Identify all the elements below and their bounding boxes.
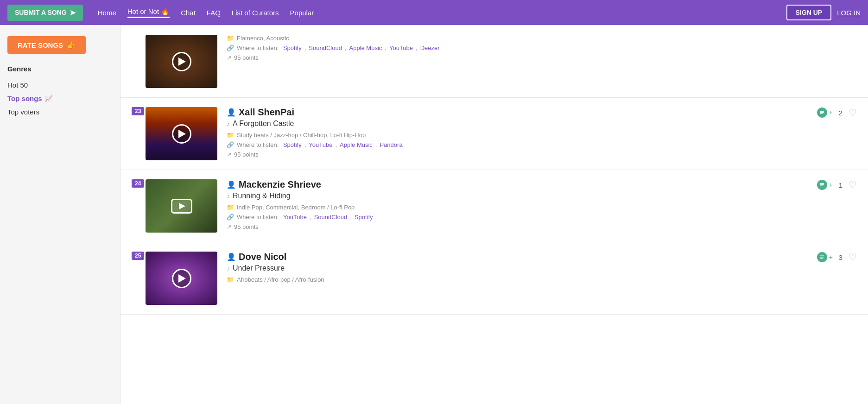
- add-to-playlist-button[interactable]: +: [817, 107, 833, 118]
- song-thumbnail[interactable]: [146, 252, 217, 305]
- folder-icon: 📁: [227, 132, 234, 139]
- song-listen-links: 🔗 Where to listen: Spotify, YouTube, App…: [227, 141, 810, 148]
- trending-icon: 📈: [45, 95, 52, 102]
- song-thumbnail[interactable]: [146, 179, 217, 233]
- play-triangle-icon: [178, 57, 186, 66]
- rate-songs-button[interactable]: RATE SONGS 👍: [7, 36, 86, 54]
- plus-icon: +: [829, 181, 833, 189]
- song-item: 24 👤 Mackenzie Shrieve ♪ Running & Hidin…: [120, 170, 868, 242]
- playlist-icon: [817, 180, 827, 190]
- song-details: 👤 Mackenzie Shrieve ♪ Running & Hiding 📁…: [227, 179, 810, 230]
- nav-home[interactable]: Home: [98, 9, 116, 17]
- listen-apple-music[interactable]: Apple Music: [340, 141, 373, 148]
- song-title: ♪ Running & Hiding: [227, 192, 810, 200]
- sidebar-top-voters[interactable]: Top voters: [7, 105, 113, 119]
- play-button[interactable]: [172, 124, 191, 144]
- listen-spotify[interactable]: Spotify: [283, 44, 302, 51]
- signup-button[interactable]: SIGN UP: [786, 5, 832, 20]
- add-to-playlist-button[interactable]: +: [817, 252, 833, 262]
- trending-up-icon: ↗: [227, 223, 232, 230]
- sidebar-hot50[interactable]: Hot 50: [7, 78, 113, 92]
- submit-label: SUBMIT A SONG: [15, 9, 67, 16]
- sidebar: RATE SONGS 👍 Genres Hot 50 Top songs 📈 T…: [0, 25, 120, 404]
- listen-pandora[interactable]: Pandora: [380, 141, 402, 148]
- listen-soundcloud[interactable]: SoundCloud: [314, 214, 348, 221]
- listen-youtube[interactable]: YouTube: [283, 214, 307, 221]
- trending-up-icon: ↗: [227, 54, 232, 61]
- listen-youtube[interactable]: YouTube: [389, 44, 413, 51]
- song-details: 📁 Flamenco, Acoustic 🔗 Where to listen: …: [227, 35, 857, 61]
- nav-curators[interactable]: List of Curators: [232, 9, 279, 17]
- song-item: 23 👤 Xall ShenPai ♪ A Forgotten Castle 📁: [120, 98, 868, 170]
- song-title: ♪ A Forgotten Castle: [227, 120, 810, 128]
- song-actions: + 2 ♡: [817, 107, 857, 118]
- playlist-icon: [817, 252, 827, 262]
- song-thumbnail[interactable]: [146, 35, 217, 88]
- add-to-playlist-button[interactable]: +: [817, 180, 833, 190]
- song-genres: 📁 Study beats / Jazz-hop / Chill-hop, Lo…: [227, 132, 810, 139]
- listen-apple-music[interactable]: Apple Music: [349, 44, 382, 51]
- listen-spotify[interactable]: Spotify: [355, 214, 373, 221]
- link-icon: 🔗: [227, 214, 234, 221]
- listen-deezer[interactable]: Deezer: [420, 44, 440, 51]
- svg-rect-5: [820, 184, 824, 185]
- play-triangle-icon: [178, 274, 186, 283]
- person-icon: 👤: [227, 108, 236, 117]
- song-points: ↗ 95 points: [227, 151, 810, 158]
- song-item: 25 👤 Dove Nicol ♪ Under Pressure 📁: [120, 242, 868, 315]
- svg-rect-2: [820, 111, 824, 112]
- nav-chat[interactable]: Chat: [181, 9, 196, 17]
- heart-icon[interactable]: ♡: [849, 179, 857, 190]
- nav-right: SIGN UP LOG IN: [786, 5, 861, 20]
- svg-rect-6: [820, 183, 824, 184]
- song-artist: 👤 Xall ShenPai: [227, 107, 810, 118]
- song-artist: 👤 Dove Nicol: [227, 252, 810, 262]
- song-genres: 📁 Flamenco, Acoustic: [227, 35, 857, 42]
- music-icon: ♪: [227, 192, 230, 200]
- play-button[interactable]: [172, 52, 191, 71]
- song-genres: 📁 Indie Pop, Commercial, Bedroom / Lo-fi…: [227, 204, 810, 211]
- listen-youtube[interactable]: YouTube: [309, 141, 332, 148]
- nav-hot-or-not[interactable]: Hot or Not 🔥: [127, 7, 170, 18]
- song-item: 📁 Flamenco, Acoustic 🔗 Where to listen: …: [120, 25, 868, 98]
- svg-rect-10: [820, 256, 824, 257]
- song-points: ↗ 95 points: [227, 54, 857, 61]
- nav-faq[interactable]: FAQ: [207, 9, 221, 17]
- submit-song-button[interactable]: SUBMIT A SONG ➤: [7, 5, 83, 21]
- navbar: SUBMIT A SONG ➤ Home Hot or Not 🔥 Chat F…: [0, 0, 868, 25]
- listen-soundcloud[interactable]: SoundCloud: [309, 44, 342, 51]
- heart-icon[interactable]: ♡: [849, 107, 857, 118]
- login-link[interactable]: LOG IN: [837, 9, 861, 17]
- song-listen-links: 🔗 Where to listen: YouTube, SoundCloud, …: [227, 214, 810, 221]
- link-icon: 🔗: [227, 44, 234, 51]
- play-button[interactable]: [171, 199, 192, 214]
- sidebar-top-songs[interactable]: Top songs 📈: [7, 92, 113, 105]
- song-title: ♪ Under Pressure: [227, 264, 810, 272]
- svg-rect-3: [820, 114, 823, 114]
- song-rank: 25: [132, 252, 144, 260]
- song-genres: 📁 Afrobeats / Afro-pop / Afro-fusion: [227, 276, 810, 283]
- folder-icon: 📁: [227, 276, 234, 283]
- person-icon: 👤: [227, 180, 236, 189]
- svg-rect-9: [820, 257, 824, 258]
- song-actions: + 3 ♡: [817, 252, 857, 263]
- arrow-right-icon: ➤: [70, 8, 76, 17]
- fire-icon: 🔥: [161, 7, 170, 16]
- link-icon: 🔗: [227, 141, 234, 148]
- song-thumbnail[interactable]: [146, 107, 217, 160]
- song-points: ↗ 95 points: [227, 223, 810, 230]
- listen-spotify[interactable]: Spotify: [283, 141, 302, 148]
- song-list: 📁 Flamenco, Acoustic 🔗 Where to listen: …: [120, 25, 868, 404]
- heart-icon[interactable]: ♡: [849, 252, 857, 263]
- play-triangle-icon: [179, 203, 185, 209]
- trending-up-icon: ↗: [227, 151, 232, 158]
- play-button[interactable]: [172, 269, 191, 288]
- genres-heading: Genres: [7, 65, 113, 73]
- nav-popular[interactable]: Popular: [290, 9, 314, 17]
- song-details: 👤 Xall ShenPai ♪ A Forgotten Castle 📁 St…: [227, 107, 810, 158]
- folder-icon: 📁: [227, 35, 234, 42]
- playlist-icon: [817, 107, 827, 118]
- svg-rect-1: [820, 112, 824, 113]
- plus-icon: +: [829, 253, 833, 261]
- thumbs-up-icon: 👍: [67, 41, 76, 49]
